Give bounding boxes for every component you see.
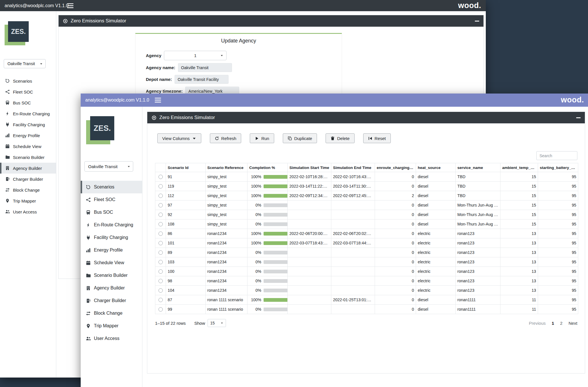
column-header-starting-battery-so-[interactable]: starting_battery_so... [538, 163, 578, 172]
cell-sim-start-time [288, 305, 331, 314]
sidebar-item-bus-soc[interactable]: Bus SOC [81, 206, 142, 219]
view-columns-button[interactable]: View Columns [157, 133, 201, 143]
cell-scenario-reference: simpy_test [206, 182, 247, 191]
table-row: 99ronan 1111 scenario0%0dieselronan11111… [155, 305, 578, 314]
block-change-icon [5, 188, 10, 192]
column-header-simulation-end-time[interactable]: Simulation End Time [331, 163, 375, 172]
reset-button[interactable]: Reset [363, 133, 391, 143]
row-select-radio[interactable] [158, 222, 163, 226]
cell-scenario-id: 97 [166, 201, 206, 210]
sidebar-item-en-route-charging[interactable]: En-Route Charging [0, 108, 56, 119]
completion-bar [264, 308, 288, 311]
sidebar-item-label: Trip Mapper [13, 199, 36, 203]
completion-bar [264, 213, 288, 217]
refresh-button[interactable]: Refresh [210, 133, 241, 143]
sidebar-item-facility-charging[interactable]: Facility Charging [0, 119, 56, 130]
column-header-enroute-charging-lo-[interactable]: enroute_charging_lo... [375, 163, 416, 172]
row-select-radio[interactable] [158, 175, 163, 179]
page-button-2[interactable]: 2 [560, 321, 562, 326]
minimize-button[interactable] [576, 117, 581, 118]
completion-percent: 100% [249, 231, 261, 236]
cell-starting-battery: 95 [538, 238, 578, 248]
panel-title: Zero Emissions Simulator [159, 115, 215, 120]
scenario-builder-icon [5, 155, 10, 160]
row-select-radio[interactable] [158, 298, 163, 302]
agency-id-select[interactable]: 1 [164, 51, 227, 60]
column-header-simulation-start-time[interactable]: Simulation Start Time [288, 163, 331, 172]
row-select-radio[interactable] [158, 269, 163, 274]
agency-name-input[interactable] [178, 63, 232, 72]
table-row: 119simpy_test100%2022-03-14T11:22:01...2… [155, 182, 578, 191]
row-select-radio[interactable] [158, 279, 163, 283]
bus-icon [5, 100, 10, 105]
search-input[interactable] [536, 151, 577, 160]
page-button-1[interactable]: 1 [552, 321, 554, 326]
completion-percent: 0% [249, 307, 261, 312]
cell-ambient-temp: 13 [500, 248, 538, 257]
menu-button[interactable] [67, 3, 74, 8]
column-header-heat-source[interactable]: heat_source [416, 163, 456, 172]
row-select-radio[interactable] [158, 288, 163, 293]
cell-sim-start-time [288, 248, 331, 257]
agency-label: Agency [146, 53, 161, 58]
column-header-completion-[interactable]: Completion % [247, 163, 288, 172]
sidebar-item-fleet-soc[interactable]: Fleet SOC [0, 86, 56, 97]
menu-button[interactable] [155, 98, 161, 103]
sidebar-item-trip-mapper[interactable]: Trip Mapper [0, 195, 56, 206]
sidebar-item-energy-profile[interactable]: Energy Profile [0, 130, 56, 141]
column-header-scenario-id[interactable]: Scenario Id [166, 163, 206, 172]
row-select-radio[interactable] [158, 213, 163, 217]
sidebar-item-agency-builder[interactable]: Agency Builder [0, 163, 56, 174]
sidebar-item-scenario-builder[interactable]: Scenario Builder [0, 152, 56, 163]
row-select-radio[interactable] [158, 184, 163, 188]
sidebar-item-block-change[interactable]: Block Change [81, 307, 142, 320]
row-select-radio[interactable] [158, 241, 163, 245]
sidebar-item-scenarios[interactable]: Scenarios [0, 75, 56, 86]
cell-heat-source: diesel [416, 219, 456, 229]
sidebar-item-fleet-soc[interactable]: Fleet SOC [81, 193, 142, 206]
run-button[interactable]: Run [250, 133, 274, 143]
sidebar-item-scenarios[interactable]: Scenarios [81, 181, 142, 193]
agency-selector[interactable]: Oakville Transit [84, 161, 133, 172]
next-page-button[interactable]: Next [568, 321, 577, 326]
sidebar-item-user-access[interactable]: User Access [0, 206, 56, 217]
sidebar-item-block-change[interactable]: Block Change [0, 184, 56, 195]
sidebar-item-schedule-view[interactable]: Schedule View [81, 256, 142, 269]
cell-service-name: ronan123 [456, 238, 500, 248]
sidebar-item-scenario-builder[interactable]: Scenario Builder [81, 269, 142, 282]
column-header-scenario-reference[interactable]: Scenario Reference [206, 163, 247, 172]
sidebar-item-agency-builder[interactable]: Agency Builder [81, 282, 142, 294]
minimize-button[interactable] [475, 21, 479, 22]
page-size-select[interactable]: 15 [208, 319, 226, 327]
sidebar-item-schedule-view[interactable]: Schedule View [0, 141, 56, 152]
column-header-service-name[interactable]: service_name [456, 163, 500, 172]
sidebar-item-trip-mapper[interactable]: Trip Mapper [81, 320, 142, 332]
row-select-radio[interactable] [158, 250, 163, 255]
row-select-radio[interactable] [158, 203, 163, 207]
depot-name-input[interactable] [175, 75, 229, 84]
row-select-radio[interactable] [158, 307, 163, 312]
sidebar-item-en-route-charging[interactable]: En-Route Charging [81, 219, 142, 231]
column-header-ambient-temp-degc[interactable]: ambient_temp_degC [500, 163, 538, 172]
sidebar-item-charger-builder[interactable]: Charger Builder [0, 174, 56, 184]
cell-sim-start-time: 2022-02-10T16:28:59... [288, 172, 331, 182]
cell-sim-end-time [331, 219, 375, 229]
cell-sim-start-time: 2022-02-09T12:34:43... [288, 191, 331, 201]
row-select-radio[interactable] [158, 194, 163, 198]
row-select-radio[interactable] [158, 232, 163, 236]
row-select-radio[interactable] [158, 260, 163, 264]
cell-select [155, 191, 166, 201]
sidebar-item-bus-soc[interactable]: Bus SOC [0, 97, 56, 108]
delete-button[interactable]: Delete [326, 133, 354, 143]
previous-page-button[interactable]: Previous [529, 321, 546, 326]
bus-icon [86, 210, 91, 215]
duplicate-button[interactable]: Duplicate [283, 133, 317, 143]
cell-enroute-charging: 0 [375, 238, 416, 248]
completion-percent: 0% [249, 203, 261, 207]
agency-selector[interactable]: Oakville Transit [4, 59, 46, 68]
sidebar-item-facility-charging[interactable]: Facility Charging [81, 231, 142, 244]
sidebar-item-energy-profile[interactable]: Energy Profile [81, 244, 142, 256]
sidebar-item-user-access[interactable]: User Access [81, 332, 142, 345]
sidebar-item-charger-builder[interactable]: Charger Builder [81, 294, 142, 307]
sidebar-item-label: Fleet SOC [94, 197, 115, 202]
